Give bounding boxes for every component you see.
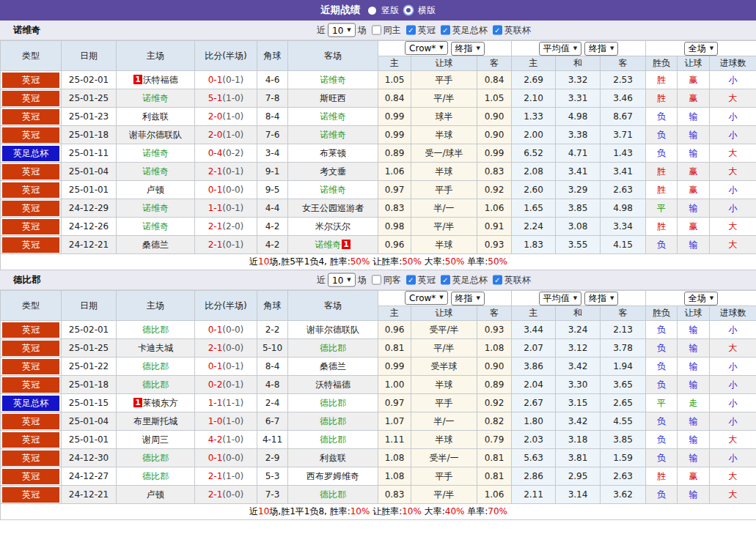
result-handicap: 走 bbox=[678, 394, 710, 412]
competition-badge: 英冠 bbox=[2, 201, 59, 216]
match-type-cell: 英冠 bbox=[1, 486, 62, 504]
games-label: 场 bbox=[358, 274, 367, 286]
match-date: 25-02-01 bbox=[62, 71, 117, 89]
result-goals: 小 bbox=[710, 394, 756, 412]
match-type-cell: 英冠 bbox=[1, 321, 62, 339]
score-cell: 2-1(0-1) bbox=[195, 236, 257, 254]
home-team-cell: 桑德兰 bbox=[117, 236, 195, 254]
corners-cell: 3-4 bbox=[257, 144, 288, 163]
result-wdl: 负 bbox=[646, 339, 678, 358]
match-type-cell: 英冠 bbox=[1, 163, 62, 181]
corners-cell: 8-4 bbox=[257, 358, 288, 376]
match-type-cell: 英冠 bbox=[1, 126, 62, 144]
match-date: 25-01-01 bbox=[62, 431, 117, 449]
average-time-select[interactable]: 终指▼ bbox=[584, 292, 618, 305]
corners-cell: 4-11 bbox=[257, 431, 288, 449]
league-checkbox-0[interactable]: ✓ bbox=[406, 275, 416, 285]
league-checkbox-0[interactable]: ✓ bbox=[406, 26, 416, 35]
same-venue-checkbox[interactable] bbox=[372, 275, 381, 285]
col-header-avg-home: 主 bbox=[512, 56, 556, 71]
home-team-cell: 诺维奇 bbox=[117, 89, 195, 108]
col-header-avg-away: 客 bbox=[601, 56, 646, 71]
match-row: 英足总杯 25-01-15 1莱顿东方 1-1(1-1) 2-4 德比郡 0.9… bbox=[1, 394, 756, 412]
col-header-result-goals: 进球数 bbox=[710, 306, 756, 321]
avg-home-odds: 2.60 bbox=[512, 181, 556, 199]
corners-cell: 2-9 bbox=[257, 449, 288, 467]
odds-company-select[interactable]: Crow*▼ bbox=[405, 291, 448, 305]
match-row: 英冠 25-01-25 卡迪夫城 2-1(0-0) 5-10 德比郡 0.81 … bbox=[1, 339, 756, 358]
match-count-select[interactable]: 10 ▼ bbox=[328, 273, 356, 287]
match-type-cell: 英冠 bbox=[1, 89, 62, 108]
avg-draw-odds: 3.30 bbox=[556, 376, 601, 394]
chevron-down-icon: ▼ bbox=[610, 46, 614, 51]
result-goals: 小 bbox=[710, 108, 756, 126]
avg-draw-odds: 4.98 bbox=[556, 108, 601, 126]
avg-home-odds: 2.24 bbox=[512, 218, 556, 236]
result-goals: 大 bbox=[710, 236, 756, 254]
rows-body: 英冠 25-02-01 1沃特福德 0-1(0-1) 4-6 诺维奇 1.05 … bbox=[1, 71, 756, 254]
result-wdl: 胜 bbox=[646, 467, 678, 486]
match-count-select[interactable]: 10 ▼ bbox=[328, 23, 356, 37]
away-team-cell: 诺维奇 bbox=[288, 71, 378, 89]
col-header-handicap-line: 让球 bbox=[411, 306, 477, 321]
match-date: 25-01-23 bbox=[62, 108, 117, 126]
avg-home-odds: 2.00 bbox=[512, 126, 556, 144]
competition-badge: 英冠 bbox=[2, 109, 59, 125]
result-wdl: 平 bbox=[646, 199, 678, 218]
odds-time-select[interactable]: 终指▼ bbox=[451, 42, 485, 56]
odds-time-select[interactable]: 终指▼ bbox=[451, 292, 485, 305]
match-row: 英冠 25-02-01 1沃特福德 0-1(0-1) 4-6 诺维奇 1.05 … bbox=[1, 71, 756, 89]
result-handicap: 赢 bbox=[678, 218, 710, 236]
score-cell: 0-4(0-2) bbox=[195, 144, 257, 163]
avg-draw-odds: 3.42 bbox=[556, 412, 601, 431]
col-header-type: 类型 bbox=[1, 41, 62, 71]
match-count-value: 10 bbox=[332, 25, 343, 35]
sections-container: 诺维奇 近 10 ▼ 场 同主 ✓ 英冠 ✓ 英足总杯 ✓ 英联杯 bbox=[0, 21, 756, 520]
scope-select[interactable]: 全场▼ bbox=[684, 42, 718, 56]
match-type-cell: 英冠 bbox=[1, 358, 62, 376]
same-venue-checkbox[interactable] bbox=[372, 26, 381, 35]
odds-company-select[interactable]: Crow*▼ bbox=[405, 41, 448, 55]
result-goals: 大 bbox=[710, 339, 756, 358]
result-wdl: 胜 bbox=[646, 163, 678, 181]
result-handicap: 输 bbox=[678, 358, 710, 376]
competition-badge: 英冠 bbox=[2, 469, 59, 484]
match-row: 英冠 25-01-01 卢顿 0-1(0-0) 9-5 诺维奇 0.97 平手 … bbox=[1, 181, 756, 199]
match-count-value: 10 bbox=[332, 275, 343, 285]
col-header-avg-draw: 和 bbox=[556, 306, 601, 321]
league-checkbox-1[interactable]: ✓ bbox=[441, 26, 450, 35]
league-checkbox-2[interactable]: ✓ bbox=[493, 275, 502, 285]
league-checkbox-2[interactable]: ✓ bbox=[493, 26, 502, 35]
vertical-layout-radio[interactable] bbox=[368, 7, 376, 15]
away-team-cell: 诺维奇1 bbox=[288, 236, 378, 254]
away-team-cell: 布莱顿 bbox=[288, 144, 378, 163]
average-select[interactable]: 平均值▼ bbox=[539, 292, 581, 305]
avg-home-odds: 1.83 bbox=[512, 236, 556, 254]
avg-draw-odds: 3.14 bbox=[556, 486, 601, 504]
handicap-home-odds: 0.97 bbox=[378, 181, 411, 199]
avg-away-odds: 1.43 bbox=[601, 144, 646, 163]
home-team-cell: 利兹联 bbox=[117, 108, 195, 126]
match-row: 英冠 25-01-23 利兹联 2-0(1-0) 8-4 诺维奇 0.99 球半… bbox=[1, 108, 756, 126]
result-goals: 小 bbox=[710, 199, 756, 218]
match-row: 英冠 24-12-26 诺维奇 2-1(2-0) 4-2 米尔沃尔 0.98 平… bbox=[1, 218, 756, 236]
result-handicap: 输 bbox=[678, 199, 710, 218]
avg-home-odds: 2.69 bbox=[512, 71, 556, 89]
corners-cell: 4-6 bbox=[257, 71, 288, 89]
result-handicap: 输 bbox=[678, 144, 710, 163]
page-title: 近期战绩 bbox=[320, 4, 360, 17]
league-checkbox-1[interactable]: ✓ bbox=[441, 275, 450, 285]
match-type-cell: 英冠 bbox=[1, 199, 62, 218]
average-group-header: 平均值▼ 终指▼ bbox=[512, 41, 646, 56]
average-time-select[interactable]: 终指▼ bbox=[584, 42, 618, 56]
average-select[interactable]: 平均值▼ bbox=[539, 42, 581, 56]
avg-away-odds: 2.63 bbox=[601, 181, 646, 199]
filter-controls: 近 10 ▼ 场 同客 ✓ 英冠 ✓ 英足总杯 ✓ 英联杯 bbox=[317, 273, 531, 287]
handicap-line: 半球 bbox=[411, 431, 477, 449]
handicap-away-odds: 0.93 bbox=[477, 321, 512, 339]
scope-select[interactable]: 全场▼ bbox=[684, 292, 718, 305]
col-header-handicap-line: 让球 bbox=[411, 56, 477, 71]
result-handicap: 输 bbox=[678, 376, 710, 394]
games-label: 场 bbox=[358, 24, 367, 37]
horizontal-layout-radio[interactable] bbox=[404, 6, 413, 15]
